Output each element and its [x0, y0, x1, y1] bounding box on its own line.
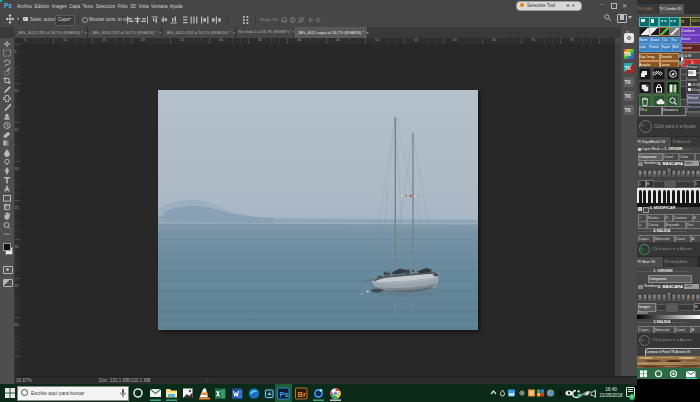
- svg-text:Br: Br: [298, 390, 306, 399]
- svg-text:Ps: Ps: [280, 390, 289, 399]
